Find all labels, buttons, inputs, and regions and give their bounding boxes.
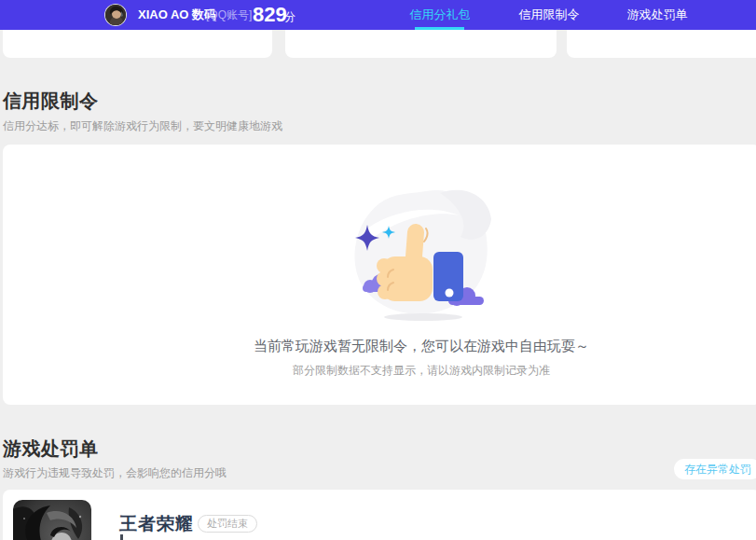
punishment-list-row[interactable] (3, 490, 756, 540)
user-name: XIAO AO 数码 (138, 0, 216, 30)
restriction-section-title: 信用限制令 (3, 89, 99, 114)
gift-card-cutoff-2 (285, 30, 557, 58)
tab-credit-restriction[interactable]: 信用限制令 (519, 0, 580, 29)
top-navbar: XIAO AO 数码 [QQ账号] 829 分 信用分礼包 信用限制令 游戏处罚… (0, 0, 756, 30)
punishment-status-badge: 处罚结束 (198, 515, 257, 533)
tab-game-punishment[interactable]: 游戏处罚单 (627, 0, 688, 29)
user-avatar (104, 4, 127, 26)
empty-state-message: 当前常玩游戏暂无限制令，您可以在游戏中自由玩耍～ (254, 338, 589, 355)
credit-score-value: 829 (253, 2, 287, 28)
game-icon-honor-of-kings (13, 500, 91, 540)
credit-score-unit: 分 (284, 0, 296, 34)
punishment-section-subtitle: 游戏行为违规导致处罚，会影响您的信用分哦 (3, 465, 227, 481)
tab-credit-gift[interactable]: 信用分礼包 (410, 0, 471, 29)
thumbs-up-illustration (347, 184, 496, 327)
anomaly-punishment-badge[interactable]: 存在异常处罚 (674, 459, 756, 479)
avatar-image (105, 5, 127, 26)
punishment-section-title: 游戏处罚单 (3, 436, 99, 462)
restriction-section-subtitle: 信用分达标，即可解除游戏行为限制，要文明健康地游戏 (3, 118, 282, 134)
empty-state-note: 部分限制数据不支持显示，请以游戏内限制记录为准 (293, 363, 550, 379)
gift-card-cutoff-1 (3, 30, 272, 58)
game-credit-page: XIAO AO 数码 [QQ账号] 829 分 信用分礼包 信用限制令 游戏处罚… (0, 0, 756, 540)
gift-card-cutoff-3 (567, 30, 756, 58)
cutoff-text-fragment (120, 534, 123, 540)
game-title: 王者荣耀 (119, 512, 194, 536)
account-type-label: [QQ账号] (206, 0, 252, 30)
